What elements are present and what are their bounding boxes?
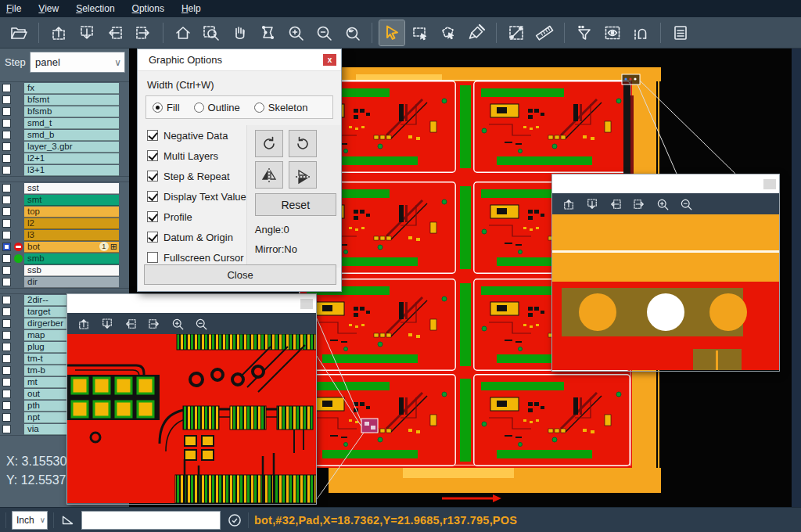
menu-file[interactable]: File (6, 3, 21, 14)
checkbox-datum-origin[interactable]: Datum & Origin (147, 227, 246, 247)
zoom-object-button[interactable] (255, 20, 280, 45)
magnifier-titlebar[interactable] (67, 294, 316, 313)
layer-checkbox[interactable] (2, 84, 11, 92)
pan-left-button[interactable] (102, 20, 128, 45)
checkbox-display-text-value[interactable]: Display Text Value (147, 186, 246, 207)
layer-checkbox[interactable] (2, 390, 11, 398)
angle-tool-icon[interactable] (59, 510, 77, 530)
layer-row-smb[interactable]: smb (0, 253, 129, 264)
pan-right-button[interactable] (630, 195, 648, 214)
layer-row-bot[interactable]: bot1⊞ (0, 241, 129, 253)
layer-row-fx[interactable]: fx (0, 82, 129, 94)
layer-checkbox[interactable] (2, 154, 11, 163)
layer-checkbox[interactable] (2, 184, 11, 192)
layer-row-smd_t[interactable]: smd_t (0, 117, 129, 129)
layer-checkbox[interactable] (2, 119, 11, 128)
zoom-out-button[interactable] (311, 20, 336, 45)
layer-label[interactable]: smd_t (24, 118, 119, 129)
layer-row-bfsmb[interactable]: bfsmb (0, 106, 129, 117)
checkbox-profile[interactable]: Profile (147, 207, 246, 227)
layer-checkbox[interactable] (2, 319, 11, 328)
layer-row-smd_b[interactable]: smd_b (0, 129, 129, 141)
select-polygon-button[interactable] (436, 20, 461, 45)
layer-row-l2+1[interactable]: l2+1 (0, 153, 129, 164)
layer-checkbox[interactable] (2, 413, 11, 422)
grid-icon[interactable]: ⊞ (110, 243, 117, 250)
pan-left-button[interactable] (606, 195, 625, 214)
layer-checkbox[interactable] (2, 95, 11, 104)
layer-label[interactable]: l2 (24, 218, 119, 229)
layer-checkbox[interactable] (2, 343, 11, 351)
menu-view[interactable]: View (38, 3, 59, 14)
layer-checkbox[interactable] (2, 278, 11, 286)
ruler-button[interactable] (532, 20, 557, 45)
layer-checkbox[interactable] (2, 254, 11, 263)
zoom-out-button[interactable] (192, 315, 210, 333)
home-view-button[interactable] (171, 20, 196, 45)
canvas-scrollbar[interactable] (792, 49, 801, 507)
layer-checkbox[interactable] (2, 231, 11, 239)
pan-right-button[interactable] (145, 315, 163, 333)
view-area-button[interactable] (600, 20, 625, 45)
layer-checkbox[interactable] (2, 142, 11, 151)
magnifier-view-fiducial[interactable] (552, 214, 779, 370)
checkbox-multi-layers[interactable]: Multi Layers (147, 146, 246, 166)
mirror-vertical-button[interactable] (255, 161, 283, 189)
reset-button[interactable]: Reset (255, 193, 336, 216)
magnifier-view-pads[interactable] (67, 334, 316, 503)
layer-checkbox[interactable] (2, 166, 11, 174)
brush-button[interactable] (464, 20, 489, 45)
layer-checkbox[interactable] (2, 354, 11, 363)
pan-up-button[interactable] (46, 20, 71, 45)
magnifier-titlebar[interactable] (552, 174, 779, 193)
layer-row-smt[interactable]: smt (0, 194, 129, 206)
pan-down-button[interactable] (74, 20, 99, 45)
command-input[interactable] (81, 511, 221, 530)
zoom-in-button[interactable] (168, 315, 187, 333)
layer-checkbox[interactable] (2, 131, 11, 139)
layer-label[interactable]: smt (24, 195, 119, 206)
layer-row-layer_3.gbr[interactable]: layer_3.gbr (0, 141, 129, 153)
layer-label[interactable]: l2+1 (24, 153, 119, 164)
layer-label[interactable]: smb (24, 253, 119, 264)
zoom-out-button[interactable] (677, 195, 695, 214)
layer-label[interactable]: bfsmb (24, 106, 119, 117)
zoom-in-button[interactable] (283, 20, 308, 45)
pan-hand-button[interactable] (227, 20, 252, 45)
window-button[interactable] (300, 299, 313, 309)
menu-help[interactable]: Help (181, 3, 201, 14)
rotate-ccw-button[interactable] (289, 130, 317, 157)
layer-label[interactable]: dir (24, 277, 119, 288)
mirror-horizontal-button[interactable] (289, 161, 317, 189)
pan-down-button[interactable] (98, 315, 117, 333)
select-rect-button[interactable] (408, 20, 433, 45)
close-button[interactable]: Close (144, 264, 336, 285)
layer-label[interactable]: l3 (24, 230, 119, 241)
layer-label[interactable]: sst (24, 183, 119, 194)
checkbox-step-repeat[interactable]: Step & Repeat (147, 166, 246, 186)
layer-checkbox[interactable] (2, 401, 11, 410)
pan-up-button[interactable] (74, 315, 93, 333)
pan-left-button[interactable] (121, 315, 140, 333)
layer-row-sst[interactable]: sst (0, 182, 129, 194)
pan-up-button[interactable] (559, 195, 578, 214)
measure-button[interactable] (504, 20, 529, 45)
layer-checkbox[interactable] (2, 207, 11, 216)
radio-skeleton[interactable]: Skeleton (254, 102, 308, 113)
unit-select[interactable]: Inch ∨ (12, 511, 48, 530)
layer-checkbox[interactable] (2, 196, 11, 204)
zoom-window-button[interactable] (199, 20, 224, 45)
pan-down-button[interactable] (583, 195, 602, 214)
layer-label[interactable]: layer_3.gbr (24, 142, 119, 153)
report-button[interactable] (668, 20, 693, 45)
layer-label[interactable]: l3+1 (24, 165, 119, 176)
layer-checkbox[interactable] (2, 243, 11, 251)
close-icon[interactable]: x (323, 54, 336, 66)
step-select[interactable]: panel ∨ (30, 52, 125, 73)
magnifier-window-fiducial[interactable] (551, 174, 780, 372)
radio-outline[interactable]: Outline (194, 102, 240, 113)
layer-label[interactable]: bfsmt (24, 95, 119, 106)
window-button[interactable] (763, 179, 776, 189)
select-button[interactable] (379, 20, 404, 45)
magnifier-window-pads[interactable] (66, 293, 317, 505)
